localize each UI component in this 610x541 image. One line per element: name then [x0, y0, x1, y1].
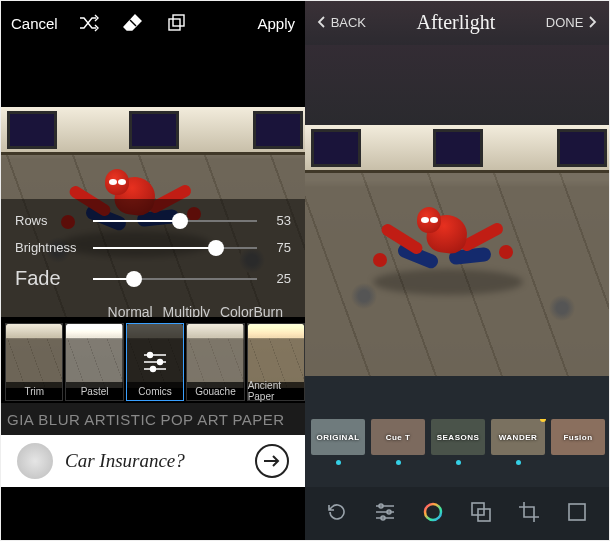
done-button[interactable]: DONE — [546, 15, 597, 30]
svg-rect-0 — [173, 15, 184, 26]
category-bar[interactable]: GIA BLUR ARTISTIC POP ART PAPER — [1, 403, 305, 435]
filter-original[interactable]: ORIGINAL — [311, 419, 365, 465]
adjustment-panel: Rows 53 Brightness 75 Fade — [1, 199, 305, 317]
filter-strip[interactable]: ORIGINAL Cue T SEASONS WANDER Fusion — [305, 419, 609, 487]
filter-strip[interactable]: Trim Pastel Comics Gouache — [1, 317, 305, 403]
cat-item[interactable]: ARTISTIC — [84, 411, 156, 428]
bottom-toolbar — [305, 487, 609, 540]
blend-mode-row[interactable]: Normal Multiply ColorBurn — [15, 302, 291, 317]
svg-point-8 — [425, 504, 441, 520]
slider-fade: Fade 25 — [15, 267, 291, 290]
ad-text: Car Insurance? — [65, 450, 243, 472]
slider-label: Rows — [15, 213, 85, 228]
shuffle-icon[interactable] — [76, 10, 102, 36]
adjust-icon[interactable] — [373, 500, 397, 528]
top-toolbar: BACK Afterlight DONE — [305, 1, 609, 45]
filter-thumb-gouache[interactable]: Gouache — [186, 323, 244, 401]
slider-label: Brightness — [15, 240, 85, 255]
slider-value: 75 — [265, 240, 291, 255]
layers-icon[interactable] — [164, 10, 190, 36]
filter-thumb-trim[interactable]: Trim — [5, 323, 63, 401]
cat-item[interactable]: BLUR — [38, 411, 80, 428]
svg-rect-11 — [569, 504, 585, 520]
eraser-icon[interactable] — [120, 10, 146, 36]
frame-icon[interactable] — [565, 500, 589, 528]
apply-button[interactable]: Apply — [257, 15, 295, 32]
cancel-button[interactable]: Cancel — [11, 15, 58, 32]
filter-wander[interactable]: WANDER — [491, 419, 545, 465]
slider-label: Fade — [15, 267, 85, 290]
ad-banner[interactable]: Car Insurance? — [1, 435, 305, 487]
cat-item[interactable]: POP ART — [160, 411, 228, 428]
svg-point-2 — [148, 353, 153, 358]
revert-icon[interactable] — [325, 500, 349, 528]
slider-brightness: Brightness 75 — [15, 240, 291, 255]
ad-image — [17, 443, 53, 479]
svg-point-4 — [151, 367, 156, 372]
slider-value: 25 — [265, 271, 291, 286]
crop-icon[interactable] — [517, 500, 541, 528]
svg-rect-1 — [169, 19, 180, 30]
cat-item[interactable]: PAPER — [232, 411, 284, 428]
preview-image — [305, 125, 609, 376]
filter-cue[interactable]: Cue T — [371, 419, 425, 465]
filter-thumb-pastel[interactable]: Pastel — [65, 323, 123, 401]
filter-fusion[interactable]: Fusion — [551, 419, 605, 455]
slider-track[interactable] — [93, 220, 257, 222]
filter-thumb-ancient[interactable]: Ancient Paper — [247, 323, 305, 401]
editor-app-left: Cancel Apply — [1, 1, 305, 540]
filter-seasons[interactable]: SEASONS — [431, 419, 485, 465]
slider-value: 53 — [265, 213, 291, 228]
filter-thumb-comics[interactable]: Comics — [126, 323, 184, 401]
back-button[interactable]: BACK — [317, 15, 366, 30]
overlay-icon[interactable] — [469, 500, 493, 528]
ad-arrow-icon[interactable] — [255, 444, 289, 478]
slider-track[interactable] — [93, 247, 257, 249]
slider-track[interactable] — [93, 278, 257, 280]
cat-item[interactable]: GIA — [7, 411, 34, 428]
afterlight-app: BACK Afterlight DONE — [305, 1, 609, 540]
top-toolbar: Cancel Apply — [1, 1, 305, 45]
preview-image: Rows 53 Brightness 75 Fade — [1, 107, 305, 317]
filters-icon[interactable] — [421, 500, 445, 528]
app-brand: Afterlight — [416, 11, 495, 34]
slider-rows: Rows 53 — [15, 213, 291, 228]
svg-point-3 — [158, 360, 163, 365]
